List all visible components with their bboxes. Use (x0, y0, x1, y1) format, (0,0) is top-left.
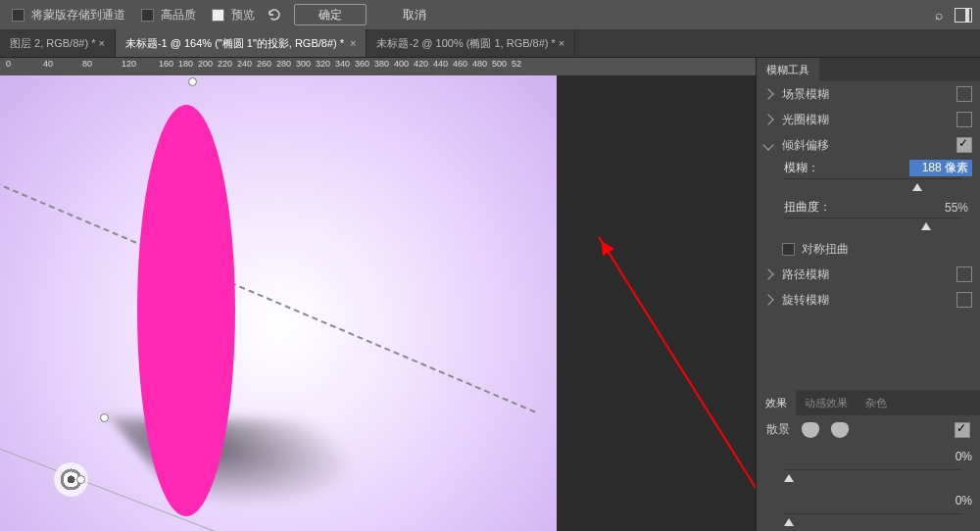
symmetric-label: 对称扭曲 (802, 241, 849, 258)
tab-label: 未标题-1 @ 164% ("椭圆 1"的投影, RGB/8#) * (125, 36, 344, 51)
bokeh-shape-icon[interactable] (802, 422, 819, 438)
section-spin-blur[interactable]: 旋转模糊 (757, 287, 980, 313)
section-field-blur[interactable]: 场景模糊 (757, 81, 980, 107)
field-label: 模糊： (784, 160, 843, 176)
high-quality-checkbox[interactable]: 高品质 (137, 6, 196, 24)
document-tab-1[interactable]: 未标题-1 @ 164% ("椭圆 1"的投影, RGB/8#) *× (116, 29, 368, 57)
enable-toggle[interactable] (956, 266, 972, 282)
distortion-slider[interactable] (784, 217, 962, 232)
mask-channel-checkbox[interactable]: 将蒙版存储到通道 (8, 6, 125, 24)
document-tab-2[interactable]: 未标题-2 @ 100% (椭圆 1, RGB/8#) * × (367, 29, 575, 57)
section-label: 光圈模糊 (782, 112, 829, 128)
chevron-right-icon (762, 268, 773, 279)
bokeh-color-slider[interactable] (784, 513, 962, 528)
horizontal-ruler: 0 40 80 120 160 180 200 220 240 260 280 … (0, 58, 756, 76)
close-icon[interactable]: × (350, 37, 356, 49)
canvas-area[interactable]: 0 40 80 120 160 180 200 220 240 260 280 … (0, 58, 756, 531)
bokeh-row: 散景 (757, 415, 980, 444)
guide-handle[interactable] (76, 475, 85, 484)
options-bar: 将蒙版存储到通道 高品质 预览 确定 取消 ⌕ (0, 0, 980, 29)
chevron-right-icon (762, 114, 773, 124)
cancel-button[interactable]: 取消 (378, 4, 451, 25)
section-tilt-shift[interactable]: 倾斜偏移 (757, 132, 980, 158)
blur-value[interactable]: 188 像素 (909, 160, 972, 176)
annotation-arrow (598, 236, 756, 531)
section-label: 旋转模糊 (782, 292, 829, 309)
blur-amount-field: 模糊：188 像素 (757, 158, 980, 178)
bokeh-light-slider[interactable] (784, 469, 962, 484)
preview-label: 预览 (231, 7, 255, 24)
section-label: 路径模糊 (782, 266, 829, 283)
enable-toggle[interactable] (956, 86, 972, 102)
document-canvas[interactable] (0, 75, 557, 531)
side-panels: 模糊工具 场景模糊 光圈模糊 倾斜偏移 模糊：188 像素 扭曲度：55% 对称… (756, 58, 980, 531)
tab-effects[interactable]: 效果 (757, 390, 796, 416)
workspace-icon[interactable] (955, 8, 972, 23)
symmetric-checkbox[interactable]: 对称扭曲 (778, 240, 849, 259)
blur-slider[interactable] (784, 178, 962, 193)
bokeh-toggle[interactable] (955, 422, 970, 438)
field-label: 扭曲度： (784, 199, 843, 216)
chevron-right-icon (762, 88, 773, 99)
section-label: 倾斜偏移 (782, 137, 829, 154)
reset-icon[interactable] (267, 7, 282, 23)
bokeh-pct2-row: 0% (757, 488, 980, 513)
blur-tools-tab[interactable]: 模糊工具 (757, 58, 980, 81)
distortion-value[interactable]: 55% (909, 201, 972, 215)
search-icon[interactable]: ⌕ (935, 7, 943, 23)
tilt-guide-dashed[interactable] (0, 105, 535, 412)
guide-handle[interactable] (188, 77, 197, 86)
preview-checkbox[interactable]: 预览 (208, 6, 255, 24)
bokeh-pct-row: 0% (757, 444, 980, 469)
section-label: 场景模糊 (782, 86, 829, 103)
tab-label: 图层 2, RGB/8#) * × (10, 36, 105, 51)
document-tab-0[interactable]: 图层 2, RGB/8#) * × (0, 29, 116, 57)
guide-handle[interactable] (100, 413, 109, 422)
enable-toggle[interactable] (956, 137, 972, 153)
tab-label: 未标题-2 @ 100% (椭圆 1, RGB/8#) * × (376, 36, 564, 51)
chevron-right-icon (762, 294, 773, 305)
enable-toggle[interactable] (956, 112, 972, 127)
symmetric-distortion-row: 对称扭曲 (757, 236, 980, 262)
distortion-field: 扭曲度：55% (757, 197, 980, 217)
ellipse-shape[interactable] (137, 105, 235, 516)
tab-noise[interactable]: 杂色 (857, 390, 896, 416)
bokeh-label: 散景 (766, 421, 790, 438)
high-quality-label: 高品质 (161, 7, 196, 24)
bokeh-color-value[interactable]: 0% (923, 494, 972, 507)
document-tabs: 图层 2, RGB/8#) * × 未标题-1 @ 164% ("椭圆 1"的投… (0, 29, 980, 58)
chevron-down-icon (762, 139, 773, 150)
section-iris-blur[interactable]: 光圈模糊 (757, 107, 980, 132)
mask-channel-label: 将蒙版存储到通道 (31, 7, 125, 24)
effects-tabs: 效果 动感效果 杂色 (757, 390, 980, 415)
section-path-blur[interactable]: 路径模糊 (757, 262, 980, 287)
bokeh-shape-icon[interactable] (831, 422, 849, 438)
tab-motion-effects[interactable]: 动感效果 (796, 390, 857, 416)
ok-button[interactable]: 确定 (294, 4, 367, 25)
enable-toggle[interactable] (956, 292, 972, 308)
bokeh-light-value[interactable]: 0% (923, 450, 972, 463)
panel-title: 模糊工具 (757, 58, 819, 82)
